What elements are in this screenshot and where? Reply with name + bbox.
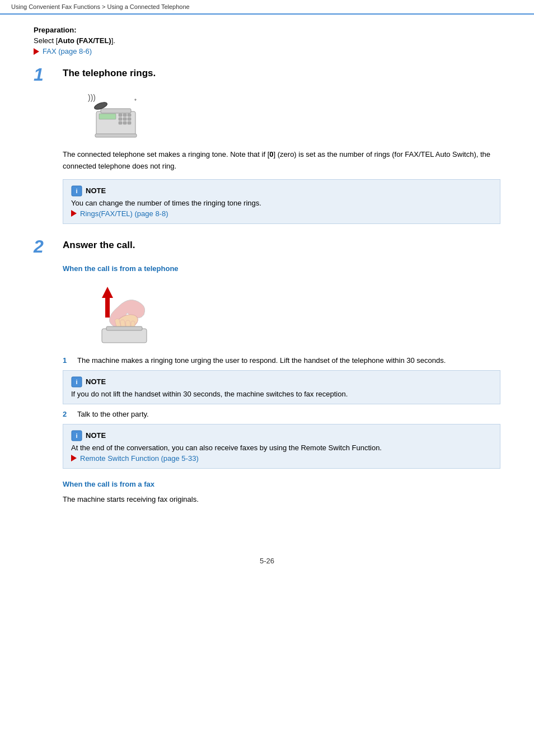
svg-rect-11 (128, 122, 131, 124)
step2-header: 2 Answer the call. (34, 237, 500, 255)
when-fax-text: The machine starts receiving fax origina… (63, 494, 500, 506)
svg-rect-4 (123, 114, 127, 116)
svg-marker-18 (102, 287, 113, 318)
substep2: 2 Talk to the other party. (63, 410, 500, 418)
substep1: 1 The machine makes a ringing tone urgin… (63, 356, 500, 365)
phone-pickup-image (74, 278, 500, 347)
telephone-note1-text: If you do not lift the handset within 30… (71, 390, 492, 398)
svg-rect-12 (95, 134, 137, 137)
phone-pickup-svg (74, 278, 169, 346)
auto-fax-tel-text: Auto (FAX/TEL) (58, 36, 111, 45)
substep1-text: The machine makes a ringing tone urging … (77, 356, 446, 365)
step1-note-label: NOTE (86, 186, 106, 195)
step1-number: 1 (34, 66, 54, 83)
step1-note-header: i NOTE (71, 185, 492, 197)
page-footer: 5-26 (0, 545, 534, 576)
telephone-note1-box: i NOTE If you do not lift the handset wi… (63, 370, 500, 404)
telephone-note2-box: i NOTE At the end of the conversation, y… (63, 424, 500, 469)
step2-content: When the call is from a telephone (63, 264, 500, 506)
telephone-note2-header: i NOTE (71, 430, 492, 441)
substep1-num: 1 (63, 356, 72, 365)
svg-text:i: i (76, 432, 77, 439)
svg-text:*: * (134, 98, 137, 104)
svg-rect-10 (123, 122, 127, 124)
step2-title: Answer the call. (63, 237, 135, 251)
telephone-note2-text: At the end of the conversation, you can … (71, 444, 492, 452)
substep2-num: 2 (63, 410, 72, 418)
fax-machine-image: ))) * (85, 89, 500, 141)
step1-body: The connected telephone set makes a ring… (63, 149, 500, 172)
svg-rect-1 (101, 109, 131, 113)
svg-rect-2 (99, 114, 116, 119)
substep2-text: Talk to the other party. (77, 410, 149, 418)
step1-title: The telephone rings. (63, 66, 156, 79)
when-telephone-subtitle: When the call is from a telephone (63, 264, 500, 273)
preparation-select-text: Select [Auto (FAX/TEL)]. (34, 36, 500, 45)
svg-rect-25 (106, 326, 142, 330)
svg-rect-5 (128, 114, 131, 116)
svg-text:))): ))) (88, 93, 96, 102)
note2-icon: i (71, 430, 82, 441)
svg-rect-3 (119, 114, 122, 116)
breadcrumb: Using Convenient Fax Functions > Using a… (0, 0, 534, 15)
step1-note-text: You can change the number of times the r… (71, 199, 492, 207)
preparation-label: Preparation: (34, 26, 500, 34)
svg-rect-9 (119, 122, 122, 124)
step1-note-box: i NOTE You can change the number of time… (63, 179, 500, 224)
telephone-note2-label: NOTE (86, 431, 106, 440)
step2-number: 2 (34, 237, 54, 255)
page-number: 5-26 (260, 557, 274, 565)
fax-machine-svg: ))) * (85, 89, 147, 139)
note1-icon: i (71, 376, 82, 388)
fax-link[interactable]: FAX (page 8-6) (34, 47, 500, 55)
telephone-note1-header: i NOTE (71, 376, 492, 388)
svg-rect-24 (102, 329, 147, 343)
svg-rect-8 (128, 118, 131, 120)
rings-faxtel-link[interactable]: Rings(FAX/TEL) (page 8-8) (71, 209, 492, 218)
step1-header: 1 The telephone rings. (34, 66, 500, 83)
preparation-block: Preparation: Select [Auto (FAX/TEL)]. FA… (34, 26, 500, 55)
svg-rect-7 (123, 118, 127, 120)
svg-rect-6 (119, 118, 122, 120)
note-icon: i (71, 185, 82, 197)
svg-text:i: i (76, 188, 77, 194)
when-fax-subtitle: When the call is from a fax (63, 480, 500, 488)
remote-switch-link[interactable]: Remote Switch Function (page 5-33) (71, 454, 492, 463)
telephone-note1-label: NOTE (86, 377, 106, 386)
svg-text:i: i (76, 379, 77, 385)
step1-content: ))) * The connected telephone set makes … (63, 89, 500, 224)
